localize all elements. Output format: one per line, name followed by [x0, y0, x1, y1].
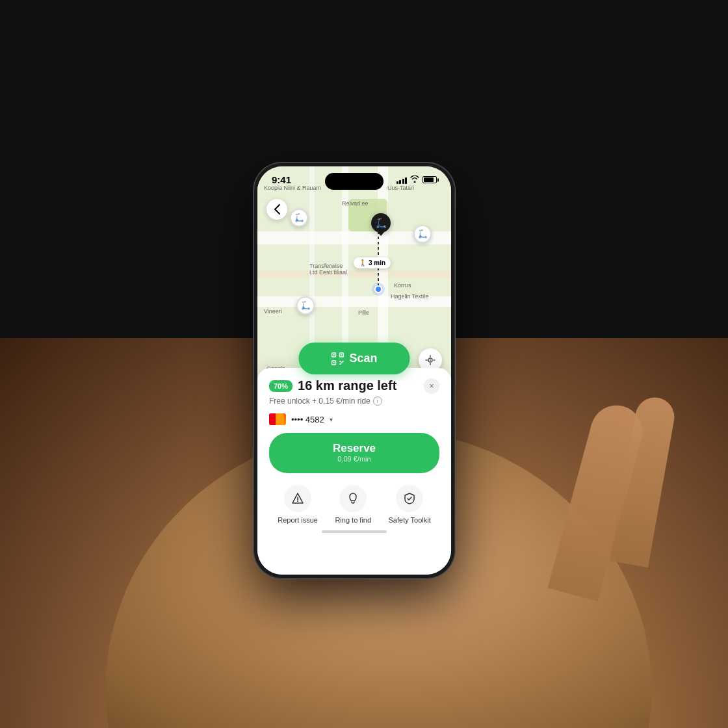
- svg-rect-5: [341, 354, 342, 356]
- card-icon: [269, 413, 286, 425]
- svg-point-1: [430, 359, 431, 361]
- signal-bar-1: [396, 181, 398, 184]
- scan-button[interactable]: Scan: [298, 343, 410, 374]
- card-chevron-icon[interactable]: ▾: [330, 416, 333, 423]
- price-info: Free unlock + 0,15 €/min ride i: [269, 396, 439, 406]
- close-panel-button[interactable]: ×: [424, 378, 439, 394]
- scooter-marker-2[interactable]: 🛴: [296, 296, 315, 315]
- scooter-pin-icon: 🛴: [371, 213, 391, 233]
- map-area: Koopia Niini & Rauam Relvad.ee Uus-Tatar…: [257, 166, 451, 381]
- map-label-ltd: Ltd Eesti filiaal: [309, 269, 347, 276]
- home-indicator: [269, 530, 439, 533]
- panel-header: 70% 16 km range left ×: [269, 378, 439, 394]
- walk-badge-content: 🚶 3 min: [354, 257, 391, 268]
- battery-icon: [422, 176, 437, 183]
- action-safety-toolkit[interactable]: Safety Toolkit: [389, 485, 431, 524]
- map-label-hagelin: Hagelin Textile: [391, 293, 428, 300]
- selected-scooter-pin[interactable]: 🛴: [371, 213, 391, 233]
- home-indicator-bar: [322, 530, 387, 533]
- status-time: 9:41: [272, 174, 291, 185]
- ring-to-find-icon: [339, 485, 367, 512]
- action-report-issue[interactable]: Report issue: [278, 485, 318, 524]
- action-ring-to-find[interactable]: Ring to find: [335, 485, 371, 524]
- svg-rect-3: [333, 354, 334, 356]
- scooter-marker-1[interactable]: 🛴: [290, 209, 308, 227]
- safety-toolkit-icon: [396, 485, 423, 512]
- price-text: Free unlock + 0,15 €/min ride: [269, 396, 370, 406]
- scooter-marker-3[interactable]: 🛴: [413, 225, 432, 243]
- phone-screen: 9:41: [257, 166, 451, 575]
- card-circle-right: [276, 413, 284, 425]
- map-label-korrus: Korrus: [394, 282, 411, 289]
- status-icons: [396, 175, 437, 185]
- map-label-vineeri: Vineeri: [264, 308, 282, 315]
- ring-to-find-label: Ring to find: [335, 516, 371, 524]
- bottom-panel: 70% 16 km range left × Free unlock + 0,1…: [257, 368, 451, 575]
- wifi-icon: [410, 175, 419, 185]
- battery-badge: 70%: [269, 380, 292, 392]
- reserve-sub-label: 0,09 €/min: [337, 455, 370, 463]
- dynamic-island: [325, 173, 384, 190]
- range-info: 70% 16 km range left: [269, 378, 396, 393]
- signal-bar-4: [405, 177, 407, 184]
- back-button[interactable]: [266, 199, 287, 220]
- signal-bars-icon: [396, 176, 408, 184]
- bottom-actions: Report issue Ring to find: [269, 482, 439, 524]
- signal-bar-3: [402, 179, 404, 184]
- info-icon[interactable]: i: [373, 396, 382, 406]
- scan-label: Scan: [349, 352, 377, 365]
- map-label-transferwise: Transferwise: [309, 263, 343, 269]
- map-label-pille: Pille: [358, 309, 369, 316]
- reserve-button[interactable]: Reserve 0,09 €/min: [269, 433, 439, 473]
- report-issue-label: Report issue: [278, 516, 318, 524]
- walk-icon: 🚶: [359, 259, 367, 266]
- svg-rect-7: [333, 362, 334, 363]
- range-text: 16 km range left: [298, 378, 396, 393]
- signal-bar-2: [399, 180, 401, 184]
- safety-toolkit-label: Safety Toolkit: [389, 516, 431, 524]
- card-dots: •••• 4582: [291, 415, 324, 424]
- map-label-relvad: Relvad.ee: [342, 200, 369, 207]
- payment-row[interactable]: •••• 4582 ▾: [269, 413, 439, 425]
- scene: 9:41: [0, 0, 728, 728]
- walk-time-badge: 🚶 3 min: [354, 257, 391, 268]
- svg-point-8: [297, 500, 298, 502]
- walk-time: 3 min: [369, 259, 385, 266]
- phone-frame: 9:41: [254, 162, 455, 578]
- report-issue-icon: [284, 485, 311, 512]
- map-label-uustatari: Uus-Tatari: [387, 185, 414, 191]
- reserve-label: Reserve: [333, 442, 376, 455]
- battery-fill: [424, 177, 434, 182]
- qr-icon: [331, 352, 344, 365]
- map-label-koopia: Koopia Niini & Rauam: [264, 185, 321, 191]
- user-location-dot: [374, 285, 382, 293]
